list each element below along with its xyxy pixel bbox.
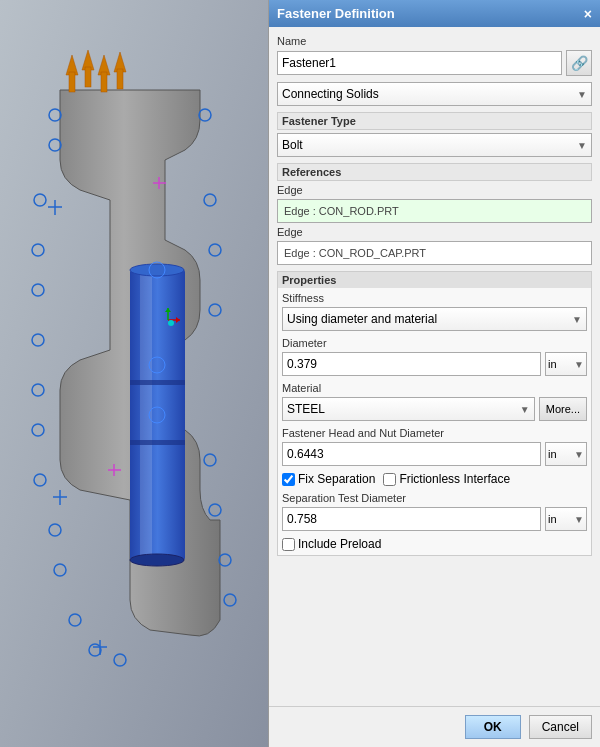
fix-separation-checkbox[interactable] <box>282 473 295 486</box>
frictionless-checkbox[interactable] <box>383 473 396 486</box>
head-nut-unit: in <box>548 448 557 460</box>
stiffness-group: Stiffness Using diameter and material ▼ <box>282 292 587 331</box>
material-label: Material <box>282 382 587 394</box>
svg-point-51 <box>168 320 174 326</box>
connecting-solids-group: Connecting Solids ▼ <box>277 82 592 106</box>
frictionless-label: Frictionless Interface <box>399 472 510 486</box>
connecting-solids-dropdown[interactable]: Connecting Solids ▼ <box>277 82 592 106</box>
sep-test-unit-dropdown[interactable]: in ▼ <box>545 507 587 531</box>
svg-rect-14 <box>117 69 123 89</box>
head-nut-input[interactable] <box>282 442 541 466</box>
include-preload-label: Include Preload <box>298 537 381 551</box>
diameter-input-row: in ▼ <box>282 352 587 376</box>
head-nut-unit-arrow: ▼ <box>574 449 584 460</box>
stiffness-label: Stiffness <box>282 292 587 304</box>
references-label: References <box>277 163 592 181</box>
fix-separation-label: Fix Separation <box>298 472 375 486</box>
edge2-label: Edge <box>277 226 592 238</box>
properties-title: Properties <box>278 272 591 288</box>
dialog-footer: OK Cancel <box>269 706 600 747</box>
frictionless-item[interactable]: Frictionless Interface <box>383 472 510 486</box>
name-input[interactable] <box>277 51 562 75</box>
svg-point-3 <box>130 554 184 566</box>
material-value: STEEL <box>287 402 325 416</box>
more-button[interactable]: More... <box>539 397 587 421</box>
fastener-type-arrow: ▼ <box>577 140 587 151</box>
svg-rect-4 <box>130 380 185 385</box>
diameter-unit: in <box>548 358 557 370</box>
sep-test-unit-arrow: ▼ <box>574 514 584 525</box>
head-nut-group: Fastener Head and Nut Diameter in ▼ <box>282 427 587 466</box>
references-group: References Edge Edge : CON_ROD.PRT Edge … <box>277 163 592 265</box>
sep-test-unit: in <box>548 513 557 525</box>
link-icon: 🔗 <box>571 55 588 71</box>
properties-section: Properties Stiffness Using diameter and … <box>277 271 592 556</box>
svg-rect-8 <box>69 72 75 92</box>
edge2-value: Edge : CON_ROD_CAP.PRT <box>284 247 426 259</box>
svg-rect-1 <box>130 270 185 560</box>
name-icon-button[interactable]: 🔗 <box>566 50 592 76</box>
fastener-type-value: Bolt <box>282 138 303 152</box>
cancel-button[interactable]: Cancel <box>529 715 592 739</box>
dialog-titlebar: Fastener Definition × <box>269 0 600 27</box>
fastener-type-label: Fastener Type <box>277 112 592 130</box>
head-nut-input-row: in ▼ <box>282 442 587 466</box>
svg-point-6 <box>130 264 184 276</box>
diameter-label: Diameter <box>282 337 587 349</box>
ok-button[interactable]: OK <box>465 715 521 739</box>
connecting-solids-label: Connecting Solids <box>282 87 379 101</box>
include-preload-checkbox[interactable] <box>282 538 295 551</box>
head-nut-unit-dropdown[interactable]: in ▼ <box>545 442 587 466</box>
name-field-group: Name 🔗 <box>277 35 592 76</box>
edge1-label: Edge <box>277 184 592 196</box>
edge2-ref[interactable]: Edge : CON_ROD_CAP.PRT <box>277 241 592 265</box>
material-input-row: STEEL ▼ More... <box>282 397 587 421</box>
stiffness-value: Using diameter and material <box>287 312 437 326</box>
diameter-group: Diameter in ▼ <box>282 337 587 376</box>
sep-test-input[interactable] <box>282 507 541 531</box>
fastener-type-dropdown[interactable]: Bolt ▼ <box>277 133 592 157</box>
svg-rect-5 <box>130 440 185 445</box>
dialog-close-button[interactable]: × <box>584 7 592 21</box>
include-preload-item[interactable]: Include Preload <box>282 537 587 551</box>
fastener-definition-dialog: Fastener Definition × Name 🔗 Connecting … <box>268 0 600 747</box>
diameter-input[interactable] <box>282 352 541 376</box>
diameter-unit-dropdown[interactable]: in ▼ <box>545 352 587 376</box>
svg-rect-10 <box>85 67 91 87</box>
material-dropdown-arrow: ▼ <box>520 404 530 415</box>
head-nut-label: Fastener Head and Nut Diameter <box>282 427 587 439</box>
material-group: Material STEEL ▼ More... <box>282 382 587 421</box>
connecting-solids-arrow: ▼ <box>577 89 587 100</box>
fastener-type-group: Fastener Type Bolt ▼ <box>277 112 592 157</box>
3d-viewport <box>0 0 268 747</box>
dialog-title: Fastener Definition <box>277 6 395 21</box>
dialog-body: Name 🔗 Connecting Solids ▼ Fastener Type… <box>269 27 600 706</box>
material-dropdown[interactable]: STEEL ▼ <box>282 397 535 421</box>
svg-rect-12 <box>101 72 107 92</box>
checkbox-row: Fix Separation Frictionless Interface <box>282 472 587 486</box>
svg-rect-2 <box>140 270 152 560</box>
edge1-ref[interactable]: Edge : CON_ROD.PRT <box>277 199 592 223</box>
name-label: Name <box>277 35 592 47</box>
stiffness-arrow: ▼ <box>572 314 582 325</box>
sep-test-input-row: in ▼ <box>282 507 587 531</box>
stiffness-dropdown[interactable]: Using diameter and material ▼ <box>282 307 587 331</box>
edge1-value: Edge : CON_ROD.PRT <box>284 205 399 217</box>
fix-separation-item[interactable]: Fix Separation <box>282 472 375 486</box>
sep-test-group: Separation Test Diameter in ▼ <box>282 492 587 531</box>
diameter-unit-arrow: ▼ <box>574 359 584 370</box>
name-input-row: 🔗 <box>277 50 592 76</box>
sep-test-label: Separation Test Diameter <box>282 492 587 504</box>
